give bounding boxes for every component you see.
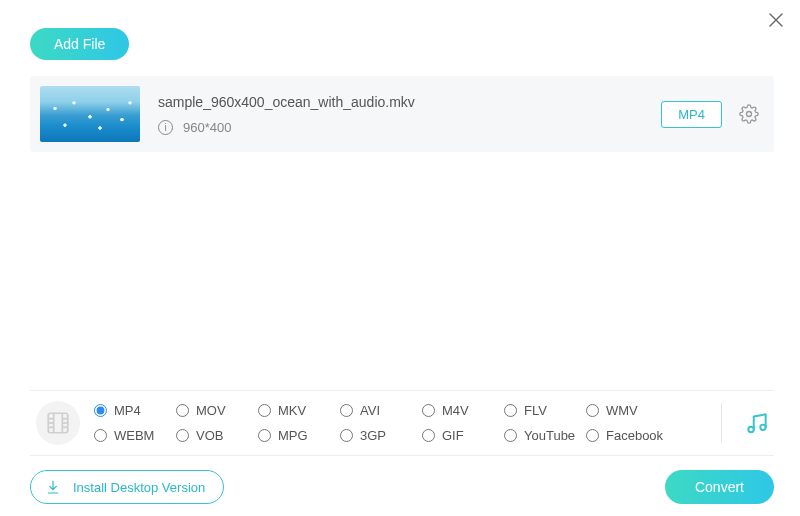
format-option-m4v[interactable]: M4V: [422, 403, 504, 418]
format-option-wmv[interactable]: WMV: [586, 403, 668, 418]
format-label: 3GP: [360, 428, 386, 443]
format-radio[interactable]: [504, 429, 517, 442]
format-option-3gp[interactable]: 3GP: [340, 428, 422, 443]
format-label: M4V: [442, 403, 469, 418]
format-label: MPG: [278, 428, 308, 443]
format-label: MP4: [114, 403, 141, 418]
separator: [721, 403, 722, 443]
output-format-badge[interactable]: MP4: [661, 101, 722, 128]
format-option-avi[interactable]: AVI: [340, 403, 422, 418]
format-option-mkv[interactable]: MKV: [258, 403, 340, 418]
format-label: YouTube: [524, 428, 575, 443]
format-label: Facebook: [606, 428, 663, 443]
svg-point-0: [747, 112, 752, 117]
format-radio[interactable]: [258, 429, 271, 442]
format-radio[interactable]: [422, 429, 435, 442]
svg-point-11: [760, 425, 765, 430]
format-label: FLV: [524, 403, 547, 418]
audio-type-button[interactable]: [740, 410, 774, 436]
format-option-facebook[interactable]: Facebook: [586, 428, 668, 443]
format-option-youtube[interactable]: YouTube: [504, 428, 586, 443]
format-radio[interactable]: [176, 429, 189, 442]
close-button[interactable]: [764, 8, 788, 32]
format-option-webm[interactable]: WEBM: [94, 428, 176, 443]
file-list: sample_960x400_ocean_with_audio.mkv i 96…: [30, 76, 774, 152]
format-label: WEBM: [114, 428, 154, 443]
file-dimensions-row: i 960*400: [158, 120, 661, 135]
file-meta: sample_960x400_ocean_with_audio.mkv i 96…: [158, 94, 661, 135]
format-option-vob[interactable]: VOB: [176, 428, 258, 443]
format-radio[interactable]: [504, 404, 517, 417]
info-icon[interactable]: i: [158, 120, 173, 135]
format-radio[interactable]: [586, 404, 599, 417]
format-label: WMV: [606, 403, 638, 418]
close-icon: [768, 12, 784, 28]
format-radio[interactable]: [176, 404, 189, 417]
video-thumbnail[interactable]: [40, 86, 140, 142]
settings-button[interactable]: [738, 103, 760, 125]
format-radio[interactable]: [340, 429, 353, 442]
install-desktop-label: Install Desktop Version: [73, 480, 205, 495]
file-dimensions: 960*400: [183, 120, 231, 135]
svg-point-10: [748, 427, 753, 432]
format-option-gif[interactable]: GIF: [422, 428, 504, 443]
format-radio[interactable]: [422, 404, 435, 417]
format-radio[interactable]: [258, 404, 271, 417]
format-label: MOV: [196, 403, 226, 418]
convert-button[interactable]: Convert: [665, 470, 774, 504]
format-label: MKV: [278, 403, 306, 418]
format-grid: MP4MOVMKVAVIM4VFLVWMVWEBMVOBMPG3GPGIFYou…: [94, 403, 703, 443]
format-radio[interactable]: [340, 404, 353, 417]
gear-icon: [739, 104, 759, 124]
format-option-mpg[interactable]: MPG: [258, 428, 340, 443]
format-radio[interactable]: [94, 429, 107, 442]
format-radio[interactable]: [586, 429, 599, 442]
add-file-button[interactable]: Add File: [30, 28, 129, 60]
format-label: VOB: [196, 428, 223, 443]
video-type-button[interactable]: [36, 401, 80, 445]
format-label: AVI: [360, 403, 380, 418]
download-icon: [45, 479, 61, 495]
footer: Install Desktop Version Convert: [30, 470, 774, 504]
file-row: sample_960x400_ocean_with_audio.mkv i 96…: [30, 76, 774, 152]
film-icon: [45, 410, 71, 436]
file-name: sample_960x400_ocean_with_audio.mkv: [158, 94, 661, 110]
format-panel: MP4MOVMKVAVIM4VFLVWMVWEBMVOBMPG3GPGIFYou…: [30, 390, 774, 456]
format-label: GIF: [442, 428, 464, 443]
format-option-mp4[interactable]: MP4: [94, 403, 176, 418]
format-option-flv[interactable]: FLV: [504, 403, 586, 418]
music-icon: [744, 410, 770, 436]
install-desktop-button[interactable]: Install Desktop Version: [30, 470, 224, 504]
format-radio[interactable]: [94, 404, 107, 417]
format-option-mov[interactable]: MOV: [176, 403, 258, 418]
